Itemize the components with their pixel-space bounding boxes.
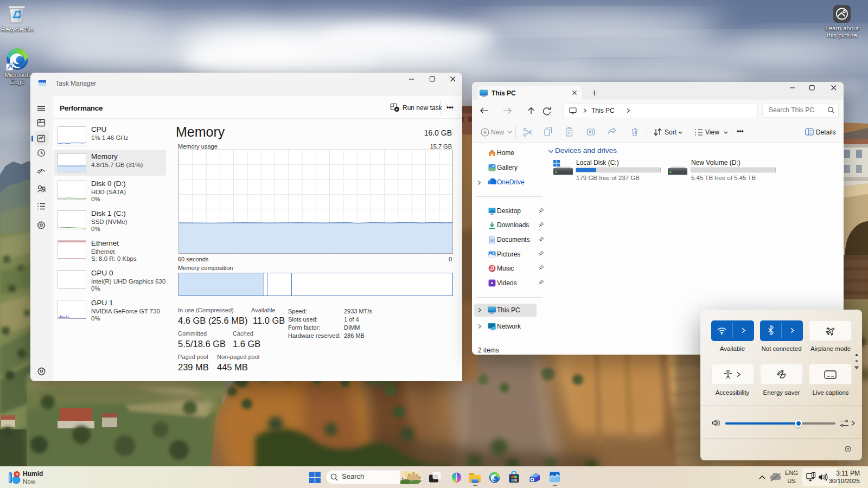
- svg-text:4: 4: [16, 472, 18, 477]
